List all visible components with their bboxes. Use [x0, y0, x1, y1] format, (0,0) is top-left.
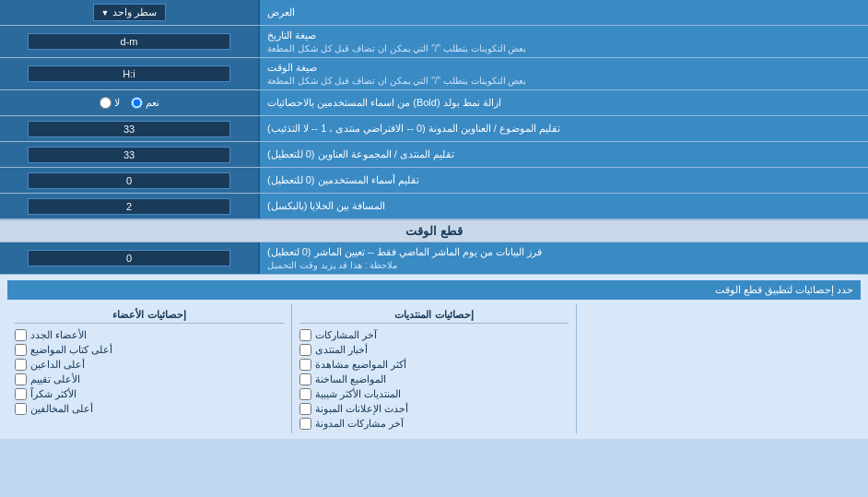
topic-titles-input-cell: [0, 116, 258, 141]
checkbox-mem6[interactable]: [15, 403, 27, 415]
bold-remove-radio-cell: نعم لا: [0, 90, 258, 115]
checkbox-item-mem4: الأعلى تقييم: [15, 373, 284, 385]
members-col: إحصائيات الأعضاء الأعضاء الجدد أعلى كتاب…: [7, 303, 291, 433]
usernames-trim-input-cell: [0, 168, 258, 193]
time-format-label: صيغة الوقت بعض التكوينات يتطلب "/" التي …: [258, 58, 868, 89]
date-format-row: صيغة التاريخ بعض التكوينات يتطلب "/" الت…: [0, 26, 868, 58]
checkbox-posts6[interactable]: [299, 403, 311, 415]
checkbox-mem5[interactable]: [15, 388, 27, 400]
checkbox-posts5[interactable]: [299, 388, 311, 400]
cell-spacing-row: المسافة بين الخلايا (بالبكسل): [0, 194, 868, 219]
checkbox-item-mem2: أعلى كتاب المواضيع: [15, 344, 284, 356]
checkbox-item-posts7: آخر مشاركات المدونة: [299, 418, 569, 430]
dropdown-arrow-icon: ▼: [101, 8, 110, 18]
topic-titles-input[interactable]: [28, 121, 230, 137]
date-format-input[interactable]: [28, 33, 230, 50]
topic-titles-row: تقليم الموضوع / العناوين المدونة (0 -- ا…: [0, 116, 868, 142]
checkbox-item-posts1: آخر المشاركات: [299, 329, 569, 341]
forum-titles-input[interactable]: [28, 147, 230, 163]
display-dropdown[interactable]: سطر واحد ▼: [93, 4, 166, 21]
checkboxes-header: حدد إحصائيات لتطبيق قطع الوقت: [7, 280, 861, 300]
cutoff-days-row: فرز البيانات من يوم الماشر الماضي فقط --…: [0, 243, 868, 275]
checkbox-posts2[interactable]: [299, 344, 311, 356]
date-format-label: صيغة التاريخ بعض التكوينات يتطلب "/" الت…: [258, 26, 868, 57]
checkbox-item-posts4: المواضيع الساخنة: [299, 373, 569, 385]
checkbox-posts1[interactable]: [299, 329, 311, 341]
checkbox-mem2[interactable]: [15, 344, 27, 356]
checkbox-mem3[interactable]: [15, 359, 27, 371]
bold-remove-label: ازالة نمط بولد (Bold) من اسماء المستخدمي…: [258, 90, 868, 115]
checkbox-mem1[interactable]: [15, 329, 27, 341]
time-format-row: صيغة الوقت بعض التكوينات يتطلب "/" التي …: [0, 58, 868, 90]
checkboxes-grid: إحصائيات المنتديات آخر المشاركات أخبار ا…: [7, 303, 861, 433]
checkbox-mem4[interactable]: [15, 373, 27, 385]
posts-col-header: إحصائيات المنتديات: [299, 307, 569, 324]
time-format-input[interactable]: [28, 65, 230, 82]
checkboxes-section: حدد إحصائيات لتطبيق قطع الوقت إحصائيات ا…: [0, 275, 868, 439]
time-format-input-cell: [0, 58, 258, 89]
checkbox-posts7[interactable]: [299, 418, 311, 430]
topic-titles-label: تقليم الموضوع / العناوين المدونة (0 -- ا…: [258, 116, 868, 141]
cell-spacing-input-cell: [0, 194, 258, 219]
radio-no[interactable]: [100, 97, 111, 109]
checkbox-item-mem1: الأعضاء الجدد: [15, 329, 284, 341]
display-row: العرض سطر واحد ▼: [0, 0, 868, 26]
main-container: العرض سطر واحد ▼ صيغة التاريخ بعض التكوي…: [0, 0, 868, 439]
radio-no-label[interactable]: لا: [100, 97, 120, 109]
display-label: العرض: [258, 0, 868, 25]
checkbox-item-mem5: الأكثر شكراً: [15, 388, 284, 400]
cell-spacing-input[interactable]: [28, 198, 230, 215]
cutoff-days-input[interactable]: [28, 250, 230, 266]
checkbox-item-posts3: أكثر المواضيع مشاهدة: [299, 359, 569, 371]
radio-yes-label[interactable]: نعم: [131, 97, 159, 109]
usernames-trim-label: تقليم أسماء المستخدمين (0 للتعطيل): [258, 168, 868, 193]
checkbox-item-mem3: أعلى الداعين: [15, 359, 284, 371]
bold-remove-row: ازالة نمط بولد (Bold) من اسماء المستخدمي…: [0, 90, 868, 116]
cutoff-days-input-cell: [0, 243, 258, 274]
forum-titles-input-cell: [0, 142, 258, 167]
empty-col: [576, 303, 861, 433]
cutoff-days-label: فرز البيانات من يوم الماشر الماضي فقط --…: [258, 243, 868, 274]
forum-titles-row: تقليم المنتدى / المجموعة العناوين (0 للت…: [0, 142, 868, 168]
checkbox-posts4[interactable]: [299, 373, 311, 385]
usernames-trim-input[interactable]: [28, 172, 230, 189]
checkbox-item-mem6: أعلى المخالفين: [15, 403, 284, 415]
checkbox-item-posts2: أخبار المنتدى: [299, 344, 569, 356]
checkbox-item-posts5: المنتديات الأكثر شيبية: [299, 388, 569, 400]
checkbox-item-posts6: أحدث الإعلانات المبونة: [299, 403, 569, 415]
display-input-cell: سطر واحد ▼: [0, 0, 258, 25]
usernames-trim-row: تقليم أسماء المستخدمين (0 للتعطيل): [0, 168, 868, 194]
radio-yes[interactable]: [131, 97, 143, 109]
posts-col: إحصائيات المنتديات آخر المشاركات أخبار ا…: [291, 303, 576, 433]
members-col-header: إحصائيات الأعضاء: [15, 307, 284, 324]
date-format-input-cell: [0, 26, 258, 57]
checkbox-posts3[interactable]: [299, 359, 311, 371]
cell-spacing-label: المسافة بين الخلايا (بالبكسل): [258, 194, 868, 219]
cutoff-section-header: قطع الوقت: [0, 219, 868, 243]
forum-titles-label: تقليم المنتدى / المجموعة العناوين (0 للت…: [258, 142, 868, 167]
